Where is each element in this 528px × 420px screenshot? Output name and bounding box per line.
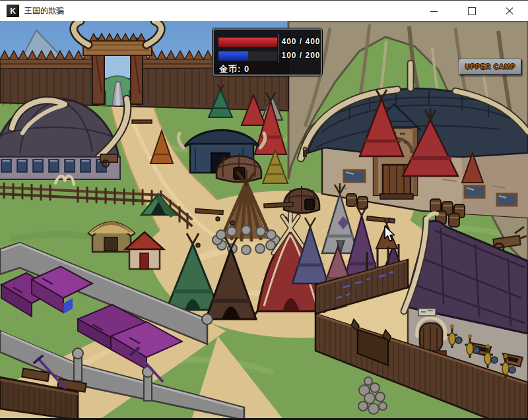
health-bar-fill (218, 38, 277, 47)
location-badge-label: UPPER CAMP (465, 63, 516, 71)
maximize-icon (468, 7, 476, 15)
close-button[interactable] (490, 1, 528, 22)
location-badge-upper-camp[interactable]: UPPER CAMP (459, 59, 522, 75)
close-icon (506, 7, 513, 15)
minimize-button[interactable] (415, 1, 453, 22)
maximize-button[interactable] (453, 1, 490, 22)
health-bar (218, 37, 278, 47)
game-window: K 王国的欺骗 (0, 0, 528, 420)
camp-scene (0, 21, 528, 420)
mana-bar-fill (218, 51, 248, 61)
game-viewport[interactable] (0, 21, 528, 420)
npc-figure[interactable] (303, 147, 307, 157)
minimize-icon (430, 11, 438, 12)
app-icon: K (7, 5, 19, 17)
mana-bar (218, 51, 278, 61)
mana-value: 100 / 200 (280, 51, 322, 60)
hud-panel: 400 / 400 100 / 200 金币: 0 (213, 28, 322, 76)
window-title: 王国的欺骗 (24, 5, 64, 16)
hud-divider (278, 34, 279, 63)
gold-counter: 金币: 0 (219, 63, 249, 75)
health-value: 400 / 400 (280, 37, 322, 46)
title-bar[interactable]: K 王国的欺骗 (0, 0, 528, 21)
